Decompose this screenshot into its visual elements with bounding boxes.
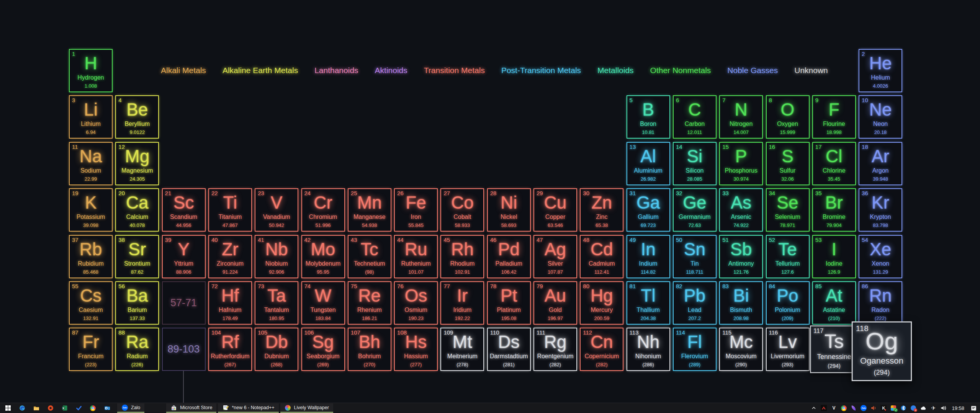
placeholder-57-71[interactable]: 57-71 <box>162 281 206 325</box>
office-icon[interactable] <box>43 403 57 413</box>
element-co[interactable]: 27CoCobalt58.933 <box>440 188 484 232</box>
edge-icon[interactable] <box>15 403 29 413</box>
element-zn[interactable]: 30ZnZinc65.38 <box>580 188 623 232</box>
element-y[interactable]: 39YYttrium88.906 <box>162 235 206 278</box>
element-mc[interactable]: 115McMoscovium(290) <box>719 328 763 371</box>
element-ir[interactable]: 77IrIridium192.22 <box>440 281 484 325</box>
element-s[interactable]: 16SSulfur32.06 <box>766 142 810 185</box>
k-app-icon[interactable]: K <box>880 405 887 411</box>
element-pb[interactable]: 82PbLead207.2 <box>673 281 717 325</box>
onedrive-icon[interactable] <box>920 405 927 411</box>
element-sb[interactable]: 51SbAntimony121.76 <box>719 235 763 278</box>
action-center-icon[interactable] <box>970 405 977 411</box>
outlook-icon[interactable] <box>100 403 114 413</box>
element-fr[interactable]: 87FrFrancium(223) <box>69 328 113 371</box>
element-og[interactable]: 118OgOganesson(294) <box>852 322 912 381</box>
element-li[interactable]: 3LiLithium6.94 <box>69 95 113 139</box>
element-ta[interactable]: 73TaTantalum180.95 <box>255 281 298 325</box>
element-al[interactable]: 13AlAluminium26.982 <box>627 142 670 185</box>
excel-icon[interactable]: X <box>57 403 72 413</box>
sync-error-icon[interactable]: × <box>910 405 917 411</box>
start-icon[interactable] <box>1 403 15 413</box>
element-w[interactable]: 74WTungsten183.84 <box>301 281 345 325</box>
element-i[interactable]: 53IIodine126.9 <box>812 235 856 278</box>
element-bh[interactable]: 107BhBohrium(270) <box>348 328 391 371</box>
element-p[interactable]: 15PPhosphorus30.974 <box>719 142 763 185</box>
element-sr[interactable]: 38SrStrontium87.62 <box>115 235 159 278</box>
placeholder-89-103[interactable]: 89-103 <box>162 328 206 371</box>
element-mt[interactable]: 109MtMeitnerium(278) <box>440 328 484 371</box>
element-ru[interactable]: 44RuRuthenium101.07 <box>394 235 438 278</box>
element-in[interactable]: 49InIndium114.82 <box>627 235 670 278</box>
element-fl[interactable]: 114FlFlerovium(289) <box>673 328 717 371</box>
element-se[interactable]: 34SeSelenium78.971 <box>766 188 810 232</box>
element-os[interactable]: 76OsOsmium190.23 <box>394 281 438 325</box>
defender-icon[interactable]: ✓ <box>890 405 897 411</box>
element-na[interactable]: 11NaSodium22.99 <box>69 142 113 185</box>
element-ts[interactable]: 117TsTennessine(294) <box>810 326 858 373</box>
element-hg[interactable]: 80HgMercury200.59 <box>580 281 623 325</box>
element-ni[interactable]: 28NiNickel58.693 <box>487 188 531 232</box>
element-he[interactable]: 2HeHelium4.0026 <box>859 49 902 92</box>
element-o[interactable]: 8OOxygen15.999 <box>766 95 810 139</box>
element-au[interactable]: 79AuGold196.97 <box>533 281 577 325</box>
element-b[interactable]: 5BBoron10.81 <box>627 95 670 139</box>
audio-manager-icon[interactable] <box>870 405 877 411</box>
taskbar-clock[interactable]: 19:58 <box>952 405 964 411</box>
element-rn[interactable]: 86RnRadon(222) <box>859 281 902 325</box>
element-cu[interactable]: 29CuCopper63.546 <box>533 188 577 232</box>
element-f[interactable]: 9FFlourine18.998 <box>812 95 856 139</box>
element-nb[interactable]: 41NbNiobium92.906 <box>255 235 298 278</box>
element-ar[interactable]: 18ArArgon39.948 <box>859 142 902 185</box>
element-cd[interactable]: 48CdCadmium112.41 <box>580 235 623 278</box>
element-kr[interactable]: 36KrKrypton83.798 <box>859 188 902 232</box>
element-n[interactable]: 7NNitrogen14.007 <box>719 95 763 139</box>
element-ti[interactable]: 22TiTitanium47.867 <box>208 188 252 232</box>
element-ra[interactable]: 88RaRadium(226) <box>115 328 159 371</box>
element-mn[interactable]: 25MnManganese54.938 <box>348 188 391 232</box>
element-tc[interactable]: 43TcTechnetium(98) <box>348 235 391 278</box>
element-mg[interactable]: 12MgMagnesium24.305 <box>115 142 159 185</box>
element-rb[interactable]: 37RbRubidium85.468 <box>69 235 113 278</box>
element-zr[interactable]: 40ZrZirconium91.224 <box>208 235 252 278</box>
element-sn[interactable]: 50SnTin118.711 <box>673 235 717 278</box>
element-ca[interactable]: 20CaCalcium40.078 <box>115 188 159 232</box>
element-ne[interactable]: 10NeNeon20.18 <box>859 95 902 139</box>
feather-icon[interactable] <box>850 405 857 411</box>
bluetooth-icon[interactable] <box>900 405 907 411</box>
element-cs[interactable]: 55CsCaesium132.91 <box>69 281 113 325</box>
element-v[interactable]: 23VVanadium50.942 <box>255 188 298 232</box>
v-app-icon[interactable]: V <box>830 405 837 411</box>
element-cl[interactable]: 17ClChlorine35.45 <box>812 142 856 185</box>
element-ga[interactable]: 31GaGallium69.723 <box>627 188 670 232</box>
element-ge[interactable]: 32GeGermanium72.63 <box>673 188 717 232</box>
element-re[interactable]: 75ReRhenium186.21 <box>348 281 391 325</box>
element-sg[interactable]: 106SgSeaborgium(269) <box>301 328 345 371</box>
element-rf[interactable]: 104RfRutherfordium(267) <box>208 328 252 371</box>
element-po[interactable]: 84PoPolonium(209) <box>766 281 810 325</box>
element-mo[interactable]: 42MoMolybdenum95.95 <box>301 235 345 278</box>
taskbar-app-microsoft-store[interactable]: Microsoft Store <box>166 403 216 413</box>
todo-icon[interactable] <box>72 403 86 413</box>
element-be[interactable]: 4BeBeryllium9.0122 <box>115 95 159 139</box>
element-hs[interactable]: 108HsHassium(277) <box>394 328 438 371</box>
element-db[interactable]: 105DbDubnium(268) <box>255 328 298 371</box>
file-explorer-icon[interactable] <box>29 403 43 413</box>
taskbar-app-zalo[interactable]: ZaloZalo <box>117 403 144 413</box>
taskbar-app-lively-wallpaper[interactable]: Lively Wallpaper <box>280 403 333 413</box>
element-cn[interactable]: 112CnCopernicium(282) <box>580 328 623 371</box>
element-pd[interactable]: 46PdPalladium106.42 <box>487 235 531 278</box>
element-rh[interactable]: 45RhRhodium102.91 <box>440 235 484 278</box>
element-ba[interactable]: 56BaBarium137.33 <box>115 281 159 325</box>
chrome-icon[interactable] <box>86 403 100 413</box>
element-as[interactable]: 33AsArsenic74.922 <box>719 188 763 232</box>
element-h[interactable]: 1HHydrogen1.008 <box>69 49 113 92</box>
element-tl[interactable]: 81TlThallium204.38 <box>627 281 670 325</box>
element-ds[interactable]: 110DsDarmstadtium(281) <box>487 328 531 371</box>
element-br[interactable]: 35BrBromine79.904 <box>812 188 856 232</box>
element-rg[interactable]: 111RgRoentgenium(282) <box>533 328 577 371</box>
garena-icon[interactable] <box>820 405 827 411</box>
element-hf[interactable]: 72HfHafnium178.49 <box>208 281 252 325</box>
element-nh[interactable]: 113NhNihonium(286) <box>627 328 670 371</box>
element-pt[interactable]: 78PtPlatinum195.08 <box>487 281 531 325</box>
